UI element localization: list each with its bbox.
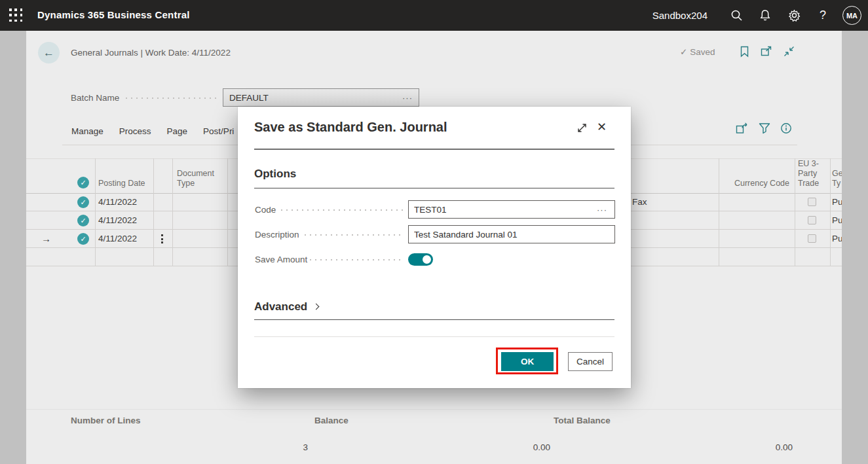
filter-icon[interactable] [759,122,770,134]
select-all-checkmark[interactable]: ✓ [77,177,89,188]
action-menu: Manage Process Page Post/Pri [71,126,234,136]
breadcrumb: General Journals | Work Date: 4/11/2022 [71,48,231,58]
avatar[interactable]: MA [842,6,861,25]
code-input[interactable] [408,200,615,219]
save-amount-label: Save Amount [255,255,307,264]
column-header-posting-date[interactable]: Posting Date [98,179,145,188]
collapse-icon[interactable] [783,46,795,58]
help-icon[interactable]: ? [808,0,837,31]
top-bar: Dynamics 365 Business Central Sandbox204… [0,0,868,31]
advanced-heading[interactable]: Advanced [254,300,318,313]
batch-ellipsis-button[interactable]: ··· [402,93,413,103]
dialog-title-divider [254,149,614,150]
footer-divider [26,409,842,410]
footer-balance: Balance 0.00 [314,416,550,455]
share-icon[interactable] [736,122,749,134]
column-header-currency-code[interactable]: Currency Code [694,179,789,188]
dotted-leader [126,98,219,99]
row-checkmark[interactable]: ✓ [77,215,89,226]
batch-name-label: Batch Name [71,93,119,103]
footer-number-of-lines: Number of Lines 3 [71,416,308,455]
button-divider [254,336,614,337]
environment-name[interactable]: Sandbox204 [652,10,708,21]
menu-item-manage[interactable]: Manage [71,126,104,136]
popout-icon[interactable] [761,46,772,58]
menu-item-post-print[interactable]: Post/Pri [203,126,234,136]
app-launcher-icon[interactable] [9,9,23,22]
arrow-left-icon: ← [43,46,54,60]
eu-trade-checkbox[interactable] [808,234,816,243]
dotted-leader [305,234,403,236]
footer-total-balance: Total Balance 0.00 [554,416,793,455]
dialog-title: Save as Standard Gen. Journal [254,120,447,135]
posting-date-cell[interactable]: 4/11/2022 [98,197,137,207]
dotted-leader [281,209,403,211]
info-icon[interactable] [780,122,792,134]
cancel-button[interactable]: Cancel [568,352,613,371]
description-label: Description [255,230,299,240]
menu-item-process[interactable]: Process [119,126,151,136]
column-header-document-type[interactable]: DocumentType [177,169,214,188]
eu-trade-checkbox[interactable] [808,198,816,206]
save-status: ✓ Saved [680,46,715,57]
dialog-expand-icon[interactable] [576,122,588,134]
column-header-eu-3-party-trade[interactable]: EU 3-PartyTrade [798,159,819,188]
dotted-leader [310,259,403,260]
notifications-icon[interactable] [751,0,780,31]
back-button[interactable]: ← [38,42,60,63]
gen-type-cell[interactable]: Pu [832,215,842,225]
eu-trade-checkbox[interactable] [808,216,816,224]
options-heading: Options [254,168,296,181]
row-checkmark[interactable]: ✓ [77,196,89,208]
row-context-menu-icon[interactable] [161,234,163,243]
gen-type-cell[interactable]: Pu [832,234,842,243]
batch-name-field[interactable]: DEFAULT ··· [223,88,419,107]
gen-type-cell[interactable]: Pu [832,197,842,207]
code-ellipsis-button[interactable]: ··· [597,205,607,215]
current-row-arrow-icon: → [41,233,51,244]
check-icon: ✓ [680,46,687,57]
bookmark-icon[interactable] [740,46,749,58]
description-input[interactable] [408,225,615,243]
chevron-right-icon [313,304,320,310]
close-icon[interactable]: ✕ [597,120,607,134]
menu-item-page[interactable]: Page [167,126,188,136]
app-title[interactable]: Dynamics 365 Business Central [37,9,190,20]
column-header-gen-type[interactable]: GeTy [832,169,842,188]
posting-date-cell[interactable]: 4/11/2022 [98,234,137,243]
advanced-divider [254,319,614,320]
save-amount-toggle[interactable] [408,253,433,266]
search-icon[interactable] [722,0,751,31]
ok-button[interactable]: OK [501,352,554,371]
description-cell[interactable]: Fax [632,197,647,207]
posting-date-cell[interactable]: 4/11/2022 [98,215,137,225]
save-standard-journal-dialog: Save as Standard Gen. Journal ✕ Options … [238,107,631,388]
settings-icon[interactable] [780,0,808,31]
options-divider [254,188,614,188]
row-checkmark[interactable]: ✓ [77,233,89,245]
code-label: Code [255,205,276,215]
